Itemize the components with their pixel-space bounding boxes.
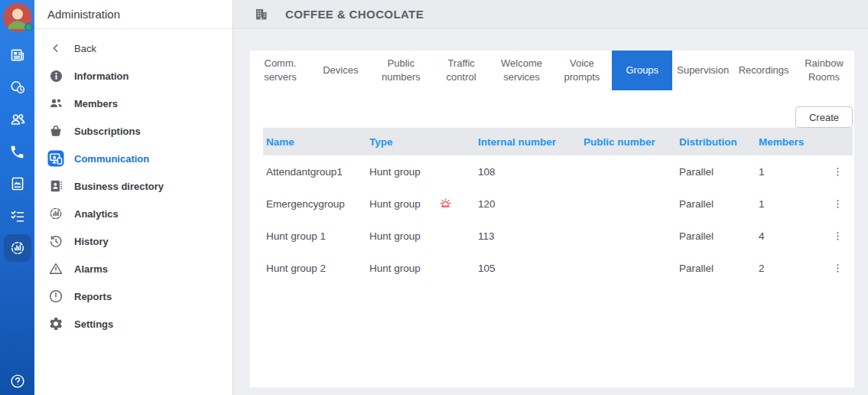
distribution: Parallel xyxy=(676,230,756,242)
info-icon xyxy=(47,67,65,85)
company-title: COFFEE & CHOCOLATE xyxy=(285,8,424,21)
business-directory-icon xyxy=(47,177,65,195)
main-header: COFFEE & CHOCOLATE xyxy=(234,0,868,29)
table-row[interactable]: Attendantgroup1Hunt group108Parallel1 xyxy=(263,155,853,188)
emergency-siren-icon xyxy=(439,198,452,211)
internal-number: 113 xyxy=(475,230,580,242)
left-rail xyxy=(0,0,34,395)
tab-bar: Comm. serversDevicesPublic numbersTraffi… xyxy=(250,51,854,90)
column-header-members[interactable]: Members xyxy=(756,136,823,148)
column-header-internal-number[interactable]: Internal number xyxy=(475,136,580,148)
column-header-name[interactable]: Name xyxy=(263,136,366,148)
tab-welcome-services[interactable]: Welcome services xyxy=(492,51,552,90)
tasks-icon[interactable] xyxy=(4,202,31,230)
toolbar: Create xyxy=(250,90,854,128)
sidebar: Administration BackInformationMembersSub… xyxy=(34,0,233,395)
group-type-label: Hunt group xyxy=(369,198,421,210)
calls-icon[interactable] xyxy=(4,138,31,165)
sidebar-item-reports[interactable]: Reports xyxy=(34,282,232,310)
sidebar-item-members[interactable]: Members xyxy=(34,90,232,117)
kebab-menu-icon[interactable] xyxy=(830,196,846,212)
sidebar-item-business-directory[interactable]: Business directory xyxy=(34,172,232,200)
internal-number: 105 xyxy=(475,263,580,274)
row-actions xyxy=(823,164,853,180)
history-icon xyxy=(47,232,65,250)
sidebar-item-history[interactable]: History xyxy=(34,227,232,255)
sidebar-item-label: Communication xyxy=(74,153,149,165)
sidebar-item-alarms[interactable]: Alarms xyxy=(34,255,232,282)
tab-rainbow-rooms[interactable]: Rainbow Rooms xyxy=(794,51,854,90)
group-type-label: Hunt group xyxy=(369,166,421,178)
table-row[interactable]: Hunt group 1Hunt group113Parallel4 xyxy=(263,220,853,252)
sidebar-item-label: Analytics xyxy=(74,208,119,220)
group-name: Hunt group 2 xyxy=(263,263,366,274)
sidebar-item-label: Back xyxy=(74,43,96,54)
column-header-type[interactable]: Type xyxy=(366,136,475,148)
sidebar-item-subscriptions[interactable]: Subscriptions xyxy=(34,117,232,145)
kebab-menu-icon[interactable] xyxy=(830,260,846,276)
tab-supervision[interactable]: Supervision xyxy=(672,51,733,90)
group-type: Hunt group xyxy=(366,230,475,242)
sidebar-item-label: Alarms xyxy=(74,263,108,275)
members-count: 1 xyxy=(756,166,823,178)
group-type: Hunt group xyxy=(366,166,475,178)
distribution: Parallel xyxy=(676,198,756,210)
internal-number: 108 xyxy=(475,166,580,178)
row-actions xyxy=(823,196,853,212)
tab-voice-prompts[interactable]: Voice prompts xyxy=(551,51,612,90)
group-type: Hunt group xyxy=(366,263,475,274)
sidebar-item-settings[interactable]: Settings xyxy=(34,310,232,338)
subscriptions-icon xyxy=(47,122,65,140)
analytics-icon[interactable] xyxy=(4,234,31,262)
documents-icon[interactable] xyxy=(4,170,31,198)
sidebar-item-communication[interactable]: Communication xyxy=(34,145,232,172)
sidebar-item-back[interactable]: Back xyxy=(34,34,232,62)
reports-icon xyxy=(47,287,65,305)
tab-devices[interactable]: Devices xyxy=(310,51,371,90)
main-area: COFFEE & CHOCOLATE Comm. serversDevicesP… xyxy=(234,0,868,395)
communication-icon xyxy=(47,149,65,168)
sidebar-title: Administration xyxy=(34,0,232,29)
column-header-distribution[interactable]: Distribution xyxy=(676,136,756,148)
table-header-row: NameTypeInternal numberPublic numberDist… xyxy=(263,128,853,155)
conversations-icon[interactable] xyxy=(4,73,31,101)
news-icon[interactable] xyxy=(4,41,31,69)
sidebar-menu: BackInformationMembersSubscriptionsCommu… xyxy=(34,29,232,338)
tab-traffic-control[interactable]: Traffic control xyxy=(431,51,492,90)
distribution: Parallel xyxy=(676,166,756,178)
table-row[interactable]: EmergencygroupHunt group120Parallel1 xyxy=(263,188,853,220)
table-body: Attendantgroup1Hunt group108Parallel1Eme… xyxy=(263,155,853,284)
row-actions xyxy=(823,228,853,244)
distribution: Parallel xyxy=(676,263,756,274)
kebab-menu-icon[interactable] xyxy=(830,228,846,244)
content-panel: Comm. serversDevicesPublic numbersTraffi… xyxy=(250,51,854,387)
sidebar-item-information[interactable]: Information xyxy=(34,62,232,90)
sidebar-item-analytics[interactable]: Analytics xyxy=(34,200,232,227)
kebab-menu-icon[interactable] xyxy=(830,164,846,180)
create-button[interactable]: Create xyxy=(795,106,853,128)
tab-public-numbers[interactable]: Public numbers xyxy=(371,51,431,90)
row-actions xyxy=(823,260,853,276)
sidebar-item-label: History xyxy=(74,236,109,247)
avatar[interactable] xyxy=(3,3,32,32)
group-name: Hunt group 1 xyxy=(263,230,366,242)
chevron-left-icon xyxy=(47,39,65,57)
sidebar-item-label: Members xyxy=(74,98,118,109)
sidebar-item-label: Subscriptions xyxy=(74,126,141,137)
help-icon[interactable] xyxy=(0,373,34,390)
group-type: Hunt group xyxy=(366,198,475,211)
sidebar-item-label: Reports xyxy=(74,291,112,302)
members-count: 4 xyxy=(756,230,823,242)
rail-nav xyxy=(4,39,31,264)
group-name: Emergencygroup xyxy=(263,198,366,210)
tab-groups[interactable]: Groups xyxy=(612,51,672,90)
tab-comm-servers[interactable]: Comm. servers xyxy=(250,51,310,90)
table-row[interactable]: Hunt group 2Hunt group105Parallel2 xyxy=(263,252,853,284)
group-name: Attendantgroup1 xyxy=(263,166,366,178)
sidebar-item-label: Business directory xyxy=(74,181,164,192)
members-count: 1 xyxy=(756,198,823,210)
tab-recordings[interactable]: Recordings xyxy=(733,51,794,90)
analytics-outline-icon xyxy=(47,204,65,223)
column-header-public-number[interactable]: Public number xyxy=(580,136,676,148)
contacts-icon[interactable] xyxy=(4,106,31,133)
